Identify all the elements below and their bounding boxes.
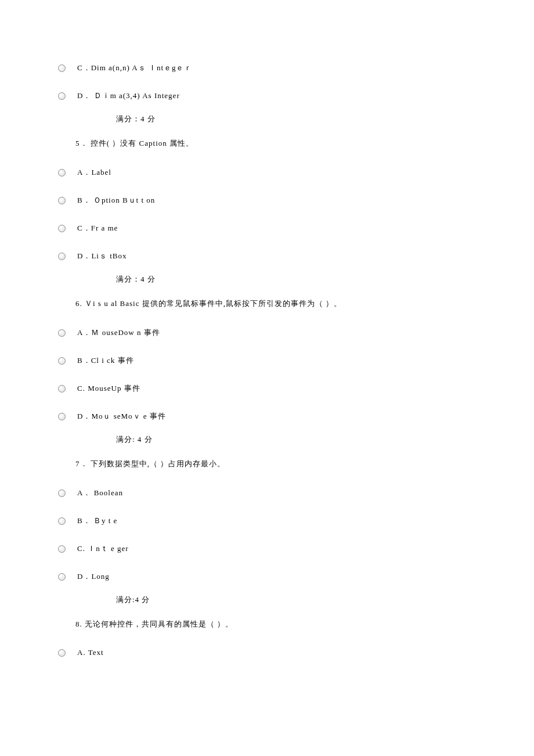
q6-option-c[interactable]: C. MouseUp 事件 (0, 379, 534, 398)
radio-icon (58, 64, 66, 72)
radio-icon (58, 197, 66, 204)
q7-option-a[interactable]: A． Boolean (0, 483, 534, 503)
radio-icon (58, 357, 66, 365)
option-label: D． Ｄｉm a(3,4) As Integer (77, 91, 180, 101)
radio-icon (58, 573, 66, 581)
radio-icon (58, 225, 66, 232)
radio-icon (58, 649, 66, 657)
radio-icon (58, 545, 66, 553)
question-6: 6. Ｖi s u al Basic 提供的常见鼠标事件中,鼠标按下所引发的事件… (0, 298, 534, 309)
radio-icon (58, 169, 66, 177)
score-text: 满分：4 分 (0, 114, 534, 124)
q5-option-c[interactable]: C．Fr a me (0, 218, 534, 238)
q5-option-d[interactable]: D．Liｓ tBox (0, 246, 534, 266)
radio-icon (58, 489, 66, 497)
radio-icon (58, 385, 66, 393)
question-8: 8. 无论何种控件，共同具有的属性是（ ）。 (0, 619, 534, 629)
radio-icon (58, 329, 66, 337)
option-label: A．Label (77, 167, 111, 178)
q6-option-b[interactable]: B．Cl i ck 事件 (0, 351, 534, 370)
question-7: 7． 下列数据类型中,（ ）占用内存最小。 (0, 459, 534, 469)
q7-option-b[interactable]: B． Ｂy t e (0, 511, 534, 531)
radio-icon (58, 413, 66, 420)
option-label: B． Ｂy t e (77, 516, 117, 526)
radio-icon (58, 253, 66, 260)
option-label: D．Long (77, 571, 110, 582)
option-label: A．Ｍ ouseDow n 事件 (77, 327, 160, 338)
option-label: C. Ｉnｔ e ger (77, 543, 129, 554)
option-label: C．Dim a(n,n) Aｓ Ｉntｅgｅｒ (77, 63, 193, 73)
q7-option-c[interactable]: C. Ｉnｔ e ger (0, 539, 534, 559)
q5-option-a[interactable]: A．Label (0, 163, 534, 182)
q7-option-d[interactable]: D．Long (0, 567, 534, 586)
q6-option-a[interactable]: A．Ｍ ouseDow n 事件 (0, 323, 534, 343)
option-label: B． Ｏption Bｕt t on (77, 195, 155, 206)
score-text: 满分：4 分 (0, 274, 534, 285)
score-text: 满分: 4 分 (0, 434, 534, 445)
option-c[interactable]: C．Dim a(n,n) Aｓ Ｉntｅgｅｒ (0, 58, 534, 78)
option-label: C. MouseUp 事件 (77, 383, 140, 394)
option-label: D．Liｓ tBox (77, 251, 127, 261)
radio-icon (58, 92, 66, 100)
option-label: C．Fr a me (77, 223, 118, 233)
option-label: A． Boolean (77, 488, 123, 498)
option-d[interactable]: D． Ｄｉm a(3,4) As Integer (0, 86, 534, 106)
q8-option-a[interactable]: A. Text (0, 643, 534, 662)
q5-option-b[interactable]: B． Ｏption Bｕt t on (0, 190, 534, 210)
radio-icon (58, 517, 66, 525)
option-label: D．Moｕ seMoｖ e 事件 (77, 411, 166, 422)
q6-option-d[interactable]: D．Moｕ seMoｖ e 事件 (0, 406, 534, 426)
score-text: 满分:4 分 (0, 595, 534, 605)
question-5: 5． 控件( ）没有 Caption 属性。 (0, 138, 534, 149)
option-label: A. Text (77, 648, 104, 657)
option-label: B．Cl i ck 事件 (77, 355, 134, 366)
